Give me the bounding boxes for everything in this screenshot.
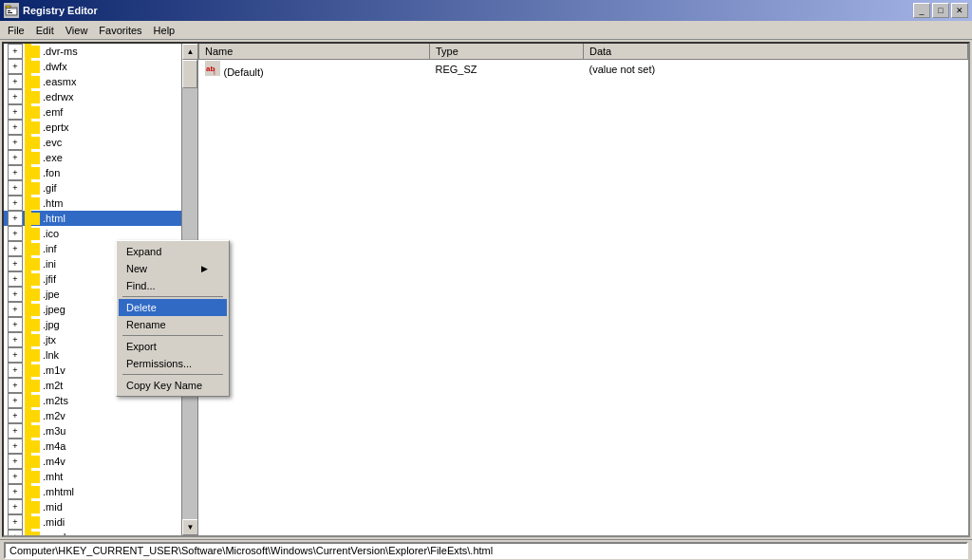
tree-item-emf[interactable]: +.emf: [4, 104, 182, 120]
expand-icon[interactable]: +: [8, 514, 23, 530]
tree-item-fon[interactable]: +.fon: [4, 165, 182, 180]
close-button[interactable]: ✕: [951, 3, 968, 18]
scroll-up-button[interactable]: ▲: [182, 44, 198, 60]
menu-help[interactable]: Help: [148, 23, 181, 38]
context-menu-item-new[interactable]: New▶: [119, 260, 227, 277]
tree-item-mht[interactable]: +.mht: [4, 469, 182, 484]
menu-view[interactable]: View: [60, 23, 94, 38]
tree-item-evc[interactable]: +.evc: [4, 135, 182, 150]
tree-item-midi[interactable]: +.midi: [4, 514, 182, 530]
tree-item-m4v[interactable]: +.m4v: [4, 454, 182, 469]
menu-file[interactable]: File: [2, 23, 30, 38]
tree-item-eprtx[interactable]: +.eprtx: [4, 120, 182, 135]
expand-icon[interactable]: +: [8, 44, 23, 59]
status-bar-text: Computer\HKEY_CURRENT_USER\Software\Micr…: [4, 542, 968, 559]
folder-icon: [25, 486, 40, 498]
tree-item-label: .htm: [43, 197, 63, 209]
expand-icon[interactable]: +: [8, 165, 23, 180]
tree-item-label: .jtx: [43, 334, 56, 345]
expand-icon[interactable]: +: [8, 211, 23, 226]
tree-item-dwfx[interactable]: +.dwfx: [4, 59, 182, 74]
expand-icon[interactable]: +: [8, 347, 23, 363]
context-menu-item-permissions[interactable]: Permissions...: [119, 355, 227, 372]
tree-item-mhtml[interactable]: +.mhtml: [4, 484, 182, 499]
context-menu-item-rename[interactable]: Rename: [119, 316, 227, 333]
expand-icon[interactable]: +: [8, 150, 23, 165]
tree-item-exe[interactable]: +.exe: [4, 150, 182, 165]
scroll-down-button[interactable]: ▼: [182, 519, 198, 535]
tree-item-ico[interactable]: +.ico: [4, 226, 182, 241]
expand-icon[interactable]: +: [8, 378, 23, 393]
expand-icon[interactable]: +: [8, 256, 23, 271]
tree-item-label: .easmx: [43, 76, 76, 87]
expand-icon[interactable]: +: [8, 59, 23, 74]
expand-icon[interactable]: +: [8, 271, 23, 287]
expand-icon[interactable]: +: [8, 241, 23, 256]
context-menu-item-delete[interactable]: Delete: [119, 299, 227, 316]
folder-icon: [25, 349, 40, 362]
expand-icon[interactable]: +: [8, 408, 23, 423]
menu-favorites[interactable]: Favorites: [93, 23, 147, 38]
expand-icon[interactable]: +: [8, 439, 23, 454]
tree-item-label: .jpg: [43, 319, 60, 330]
expand-icon[interactable]: +: [8, 363, 23, 378]
col-header-data: Data: [584, 44, 968, 60]
folder-icon: [25, 273, 40, 286]
expand-icon[interactable]: +: [8, 89, 23, 104]
context-menu-item-copyKeyName[interactable]: Copy Key Name: [119, 377, 227, 394]
expand-icon[interactable]: +: [8, 530, 23, 535]
tree-item-dvr-ms[interactable]: +.dvr-ms: [4, 44, 182, 59]
tree-item-mid[interactable]: +.mid: [4, 499, 182, 514]
tree-item-htm[interactable]: +.htm: [4, 196, 182, 211]
tree-item-m3u[interactable]: +.m3u: [4, 423, 182, 439]
expand-icon[interactable]: +: [8, 393, 23, 408]
context-menu-item-label: Rename: [126, 319, 166, 330]
svg-rect-2: [7, 9, 16, 14]
tree-item-m2v[interactable]: +.m2v: [4, 408, 182, 423]
table-row[interactable]: ab|(Default)REG_SZ(value not set): [199, 60, 968, 80]
expand-icon[interactable]: +: [8, 317, 23, 332]
tree-item-label: .m2t: [43, 380, 63, 391]
context-menu-item-expand[interactable]: Expand: [119, 243, 227, 260]
tree-item-easmx[interactable]: +.easmx: [4, 74, 182, 89]
expand-icon[interactable]: +: [8, 484, 23, 499]
expand-icon[interactable]: +: [8, 454, 23, 469]
expand-icon[interactable]: +: [8, 423, 23, 439]
cell-type: REG_SZ: [430, 60, 584, 80]
expand-icon[interactable]: +: [8, 196, 23, 211]
context-menu-item-export[interactable]: Export: [119, 338, 227, 355]
menu-bar: File Edit View Favorites Help: [0, 21, 972, 40]
maximize-button[interactable]: □: [932, 3, 949, 18]
tree-item-label: .m3u: [43, 425, 65, 437]
expand-icon[interactable]: +: [8, 226, 23, 241]
expand-icon[interactable]: +: [8, 469, 23, 484]
expand-icon[interactable]: +: [8, 287, 23, 302]
context-menu-item-find[interactable]: Find...: [119, 277, 227, 294]
expand-icon[interactable]: +: [8, 135, 23, 150]
context-menu-item-label: Permissions...: [126, 358, 192, 369]
expand-icon[interactable]: +: [8, 499, 23, 514]
tree-item-gif[interactable]: +.gif: [4, 180, 182, 196]
folder-icon: [25, 228, 40, 240]
submenu-arrow-icon: ▶: [201, 264, 208, 273]
expand-icon[interactable]: +: [8, 180, 23, 196]
tree-item-html[interactable]: +.html: [4, 211, 182, 226]
folder-icon: [25, 471, 40, 483]
expand-icon[interactable]: +: [8, 104, 23, 120]
tree-item-label: .fon: [43, 167, 60, 178]
folder-icon: [25, 243, 40, 255]
tree-item-mod[interactable]: +.mod: [4, 530, 182, 535]
tree-item-m4a[interactable]: +.m4a: [4, 439, 182, 454]
expand-icon[interactable]: +: [8, 332, 23, 347]
menu-edit[interactable]: Edit: [30, 23, 60, 38]
tree-item-edrwx[interactable]: +.edrwx: [4, 89, 182, 104]
tree-item-label: .inf: [43, 243, 57, 254]
minimize-button[interactable]: _: [913, 3, 930, 18]
folder-icon: [25, 501, 40, 513]
folder-icon: [25, 61, 40, 73]
expand-icon[interactable]: +: [8, 120, 23, 135]
scroll-thumb[interactable]: [182, 60, 197, 88]
expand-icon[interactable]: +: [8, 302, 23, 317]
expand-icon[interactable]: +: [8, 74, 23, 89]
svg-rect-5: [6, 6, 10, 8]
